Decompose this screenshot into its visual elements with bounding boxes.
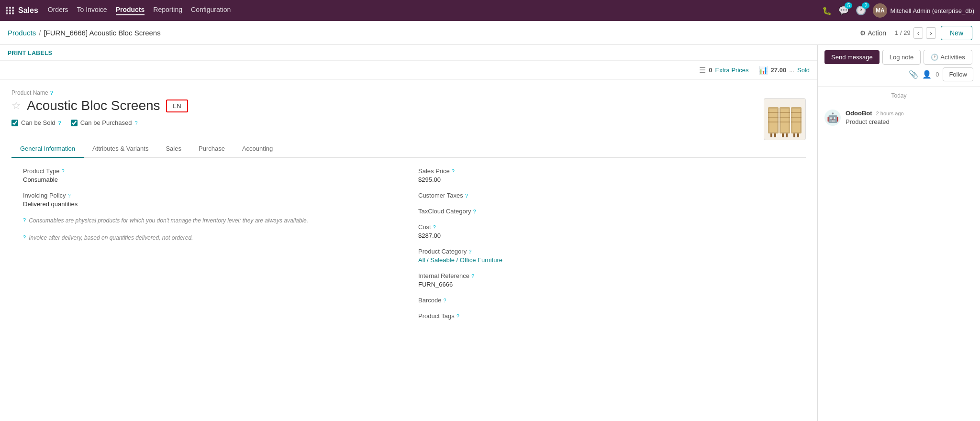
sales-price-label: Sales Price ?: [418, 167, 794, 175]
action-button[interactable]: ⚙ Action: [856, 27, 890, 39]
left-column: Product Type ? Consumable Invoicing Poli…: [23, 167, 399, 328]
extra-prices-label: Extra Prices: [715, 66, 749, 74]
send-message-button[interactable]: Send message: [824, 50, 880, 64]
tab-accounting[interactable]: Accounting: [234, 140, 281, 158]
invoicing-policy-field: Invoicing Policy ? Delivered quantities: [23, 192, 399, 208]
internal-ref-help[interactable]: ?: [471, 273, 474, 279]
extra-prices-stat[interactable]: ☰ 0 Extra Prices: [699, 66, 748, 75]
can-be-sold-checkbox[interactable]: Can be Sold ?: [11, 119, 61, 126]
cost-value[interactable]: $287.00: [418, 232, 794, 239]
log-note-button[interactable]: Log note: [882, 50, 921, 65]
prev-record-button[interactable]: ‹: [913, 27, 924, 39]
svg-rect-17: [782, 133, 784, 137]
barcode-help[interactable]: ?: [443, 298, 446, 303]
nav-configuration[interactable]: Configuration: [191, 6, 231, 15]
new-button[interactable]: New: [941, 26, 972, 40]
tab-attributes-variants[interactable]: Attributes & Variants: [84, 140, 157, 158]
sold-help[interactable]: ?: [58, 120, 61, 126]
product-type-value[interactable]: Consumable: [23, 176, 399, 183]
invoicing-policy-help[interactable]: ?: [68, 193, 71, 199]
top-navigation: Sales Orders To Invoice Products Reporti…: [0, 0, 980, 21]
app-grid-icon[interactable]: Sales: [6, 6, 38, 15]
can-be-purchased-checkbox[interactable]: Can be Purchased ?: [71, 119, 138, 126]
taxcloud-label: TaxCloud Category ?: [418, 208, 794, 215]
taxcloud-field: TaxCloud Category ?: [418, 208, 794, 215]
activities-button[interactable]: 🕐 Activities: [924, 50, 972, 65]
invoicing-policy-label: Invoicing Policy ?: [23, 192, 399, 199]
svg-rect-10: [780, 117, 790, 118]
two-column-layout: Product Type ? Consumable Invoicing Poli…: [23, 167, 794, 328]
tab-sales[interactable]: Sales: [157, 140, 190, 158]
sales-price-help[interactable]: ?: [452, 168, 455, 174]
product-type-label: Product Type ?: [23, 167, 399, 175]
breadcrumb-separator: /: [39, 29, 41, 37]
breadcrumb-parent[interactable]: Products: [8, 29, 36, 37]
message-author: OdooBot: [846, 110, 872, 117]
tab-general-information[interactable]: General Information: [11, 140, 84, 158]
message-body: Product created: [846, 118, 973, 125]
note1-help[interactable]: ?: [23, 217, 26, 223]
tabs-row: General Information Attributes & Variant…: [11, 140, 806, 158]
tab-purchase[interactable]: Purchase: [190, 140, 234, 158]
chat-icon[interactable]: 💬 5: [838, 5, 849, 16]
internal-ref-value[interactable]: FURN_6666: [418, 281, 794, 288]
product-category-help[interactable]: ?: [468, 249, 471, 255]
can-be-purchased-input[interactable]: [71, 120, 78, 126]
note2-help[interactable]: ?: [23, 234, 26, 240]
avatar: MA: [873, 3, 887, 18]
can-be-sold-input[interactable]: [11, 120, 18, 126]
product-image[interactable]: [764, 98, 806, 140]
clock-icon[interactable]: 🕐 2: [856, 5, 866, 16]
message-content: OdooBot 2 hours ago Product created: [846, 110, 973, 126]
chatter-header: Send message Log note 🕐 Activities 📎 👤 0…: [818, 45, 980, 87]
clock-activities-icon: 🕐: [931, 54, 938, 61]
taxcloud-help[interactable]: ?: [473, 209, 476, 214]
can-be-sold-label: Can be Sold: [21, 119, 56, 126]
next-record-button[interactable]: ›: [926, 27, 936, 39]
breadcrumb-actions: ⚙ Action 1 / 29 ‹ › New: [856, 26, 972, 40]
user-menu[interactable]: MA Mitchell Admin (enterprise_db): [873, 3, 974, 18]
barcode-field: Barcode ?: [418, 297, 794, 304]
product-type-help[interactable]: ?: [61, 168, 64, 174]
sold-stat[interactable]: 📊 27.00 ... Sold: [758, 66, 810, 75]
product-category-label: Product Category ?: [418, 248, 794, 255]
product-name-row: ☆ Acoustic Bloc Screens EN: [11, 98, 756, 113]
invoicing-policy-value[interactable]: Delivered quantities: [23, 200, 399, 208]
product-name-left: ☆ Acoustic Bloc Screens EN Can be Sold ?…: [11, 98, 756, 134]
breadcrumb-current: [FURN_6666] Acoustic Bloc Screens: [44, 29, 160, 37]
product-category-field: Product Category ? All / Saleable / Offi…: [418, 248, 794, 264]
cost-help[interactable]: ?: [433, 224, 436, 230]
product-tags-help[interactable]: ?: [457, 313, 459, 319]
content-area: PRINT LABELS ☰ 0 Extra Prices 📊 27.00 ..…: [0, 45, 817, 421]
person-icon[interactable]: 👤: [922, 70, 932, 79]
customer-taxes-help[interactable]: ?: [465, 193, 468, 199]
nav-reporting[interactable]: Reporting: [153, 6, 182, 15]
note1-field: ? Consumables are physical products for …: [23, 216, 399, 225]
favorite-star[interactable]: ☆: [11, 100, 21, 112]
print-labels-bar: PRINT LABELS: [0, 45, 817, 61]
bug-icon[interactable]: 🐛: [822, 6, 832, 15]
product-form: Product Name ? ☆ Acoustic Bloc Screens E…: [0, 80, 817, 347]
svg-rect-20: [797, 133, 799, 137]
right-column: Sales Price ? $295.00 Customer Taxes ?: [418, 167, 794, 328]
breadcrumb-bar: Products / [FURN_6666] Acoustic Bloc Scr…: [0, 21, 980, 45]
product-category-value[interactable]: All / Saleable / Office Furniture: [418, 256, 794, 264]
nav-products[interactable]: Products: [116, 6, 145, 15]
product-name-label: Product Name ?: [11, 89, 806, 96]
svg-rect-19: [793, 133, 795, 137]
nav-orders[interactable]: Orders: [48, 6, 68, 15]
paperclip-icon[interactable]: 📎: [909, 70, 918, 79]
svg-rect-11: [780, 122, 790, 122]
chatter-area: Send message Log note 🕐 Activities 📎 👤 0…: [817, 45, 980, 421]
follow-button[interactable]: Follow: [943, 67, 973, 81]
print-labels-link[interactable]: PRINT LABELS: [8, 50, 52, 56]
nav-to-invoice[interactable]: To Invoice: [77, 6, 107, 15]
sales-price-value[interactable]: $295.00: [418, 176, 794, 183]
chat-badge: 5: [845, 2, 852, 9]
product-name-help[interactable]: ?: [50, 90, 53, 96]
language-button[interactable]: EN: [166, 100, 188, 112]
internal-ref-label: Internal Reference ?: [418, 272, 794, 279]
note2-text: Invoice after delivery, based on quantit…: [29, 233, 193, 242]
purchased-help[interactable]: ?: [134, 120, 137, 126]
svg-rect-7: [768, 117, 779, 118]
